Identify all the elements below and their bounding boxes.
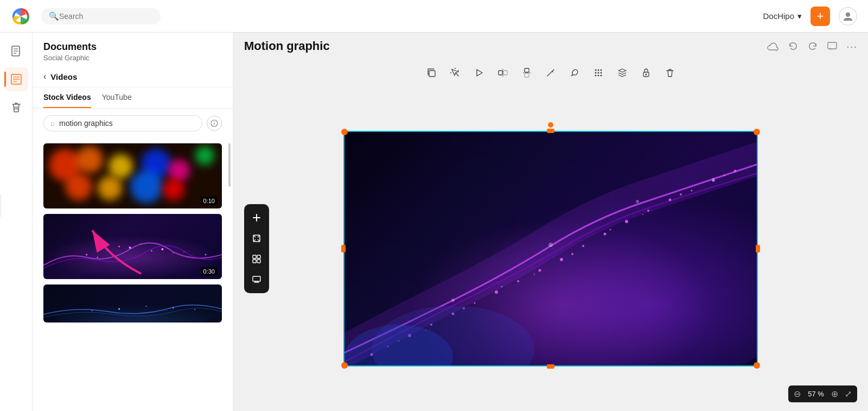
svg-rect-45 [503,71,507,75]
video-item-3[interactable] [43,284,222,323]
magic-select-tool[interactable] [446,64,464,81]
panel-subtitle: Social Graphic [43,54,222,62]
search-bar[interactable]: 🔍 [41,8,161,24]
svg-point-51 [598,69,599,71]
video-list: 0:10 [33,138,233,411]
grid-layout-button[interactable] [247,250,266,268]
svg-point-98 [610,229,611,230]
expand-button[interactable]: ⤢ [845,389,852,399]
handle-middle-right[interactable] [756,245,760,252]
svg-point-79 [474,302,476,303]
layers-tool[interactable] [614,64,631,81]
svg-rect-44 [499,71,502,75]
handle-bottom-center[interactable] [547,364,554,369]
svg-point-101 [724,174,725,176]
redo-icon[interactable] [807,41,818,51]
video-search-input[interactable] [59,119,195,128]
comment-icon[interactable] [827,41,838,51]
rotate-handle[interactable] [548,122,553,128]
handle-bottom-right[interactable] [754,362,760,369]
icon-sidebar [0,33,33,411]
svg-rect-48 [525,73,529,77]
undo-icon[interactable] [788,41,799,51]
tabs-row: Stock Videos YouTube [33,87,233,109]
zoom-in-button[interactable]: ⊕ [831,389,838,399]
zoom-out-button[interactable]: ⊖ [794,389,801,399]
info-button[interactable] [207,116,222,131]
delete-tool[interactable] [661,64,679,81]
svg-point-83 [560,258,563,261]
video-item-1[interactable]: 0:10 [43,143,222,208]
cloud-save-icon[interactable] [767,41,779,51]
svg-point-40 [455,68,456,69]
tab-stock-videos[interactable]: Stock Videos [43,87,91,108]
search-icon: ⌕ [50,119,55,128]
sidebar-item-documents[interactable] [4,39,28,63]
svg-point-88 [669,198,672,201]
svg-point-27 [183,251,184,252]
svg-rect-47 [525,68,529,72]
svg-point-28 [205,254,207,256]
lock-tool[interactable] [637,64,655,81]
slideshow-button[interactable] [247,270,266,289]
svg-point-2 [846,12,850,17]
videos-nav: ‹ Videos [33,66,233,87]
zoom-level: 57 % [805,390,827,398]
copy-tool[interactable] [423,64,440,81]
search-row: ⌕ [33,109,233,138]
back-button[interactable]: ‹ [43,72,46,81]
panel-title: Documents [43,41,222,53]
dochipo-dropdown[interactable]: DocHipo ▾ [763,11,802,21]
svg-point-41 [458,70,459,71]
svg-point-82 [539,269,541,271]
svg-point-85 [604,232,607,235]
sidebar-item-editor[interactable] [4,67,28,91]
svg-point-57 [598,75,599,77]
handle-top-center[interactable] [547,129,554,133]
video-canvas[interactable] [343,131,758,366]
svg-point-60 [646,74,647,75]
svg-point-30 [92,310,93,311]
left-panel: Documents Social Graphic ‹ Videos Stock … [33,33,233,411]
more-options-icon[interactable]: ··· [846,40,857,53]
svg-point-34 [194,309,195,310]
add-element-button[interactable] [247,208,266,227]
logo[interactable] [11,7,30,26]
handle-top-left[interactable] [341,129,348,135]
svg-point-23 [97,257,98,258]
style-tool[interactable] [566,64,583,81]
svg-point-55 [601,72,602,74]
handle-bottom-left[interactable] [341,362,348,369]
svg-point-18 [86,254,87,256]
svg-point-16 [214,121,214,122]
video-duration-1: 0:10 [201,197,218,205]
svg-rect-36 [828,42,837,49]
svg-point-103 [548,243,553,247]
tab-youtube[interactable]: YouTube [102,87,132,108]
search-box[interactable]: ⌕ [43,115,202,131]
svg-point-25 [140,243,141,244]
svg-point-24 [118,246,120,248]
add-button[interactable]: + [810,7,830,26]
handle-middle-left[interactable] [341,245,346,252]
pen-tool[interactable] [542,64,559,81]
handle-top-right[interactable] [754,129,760,135]
resize-button[interactable] [247,229,266,248]
play-tool[interactable] [470,64,488,81]
canvas-inner [344,132,757,365]
scroll-indicator[interactable] [228,143,231,187]
user-avatar[interactable] [839,7,857,26]
svg-point-87 [647,210,649,212]
sidebar-item-trash[interactable] [4,96,28,119]
flip-vertical-tool[interactable] [518,64,535,81]
panel-collapse-handle[interactable]: ‹ [0,195,1,217]
flip-horizontal-tool[interactable] [494,64,512,81]
video-item-2[interactable]: 0:30 [43,214,222,279]
video-duration-2: 0:30 [201,267,218,276]
floating-toolbar [244,204,269,293]
svg-rect-68 [253,276,260,281]
svg-point-52 [601,69,602,71]
search-input[interactable] [59,12,146,21]
grid-tool[interactable] [590,64,607,81]
svg-point-53 [595,72,597,74]
